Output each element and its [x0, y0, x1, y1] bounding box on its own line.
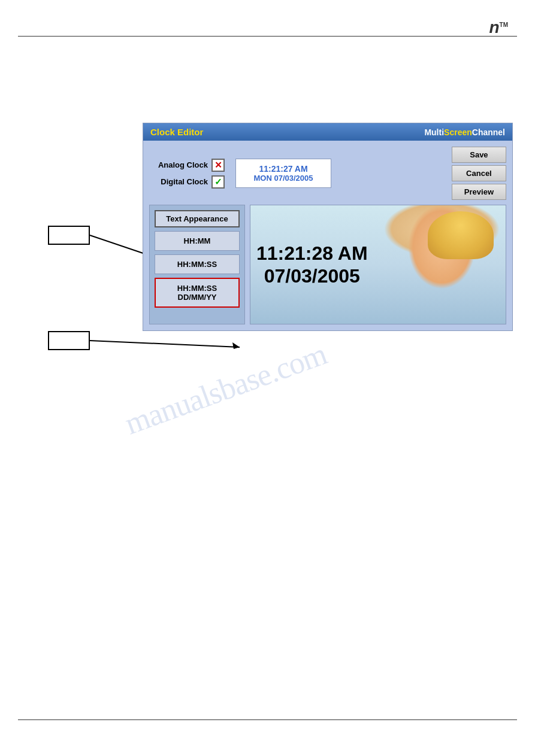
brand-multi: Multi — [424, 127, 444, 137]
save-button[interactable]: Save — [452, 147, 506, 163]
logo-char: n — [489, 18, 499, 37]
clock-editor-dialog: Clock Editor MultiScreenChannel Analog C… — [143, 123, 513, 331]
logo: nTM — [489, 18, 508, 37]
clock-overlay: 11:21:28 AM 07/03/2005 — [256, 242, 368, 288]
cancel-button[interactable]: Cancel — [452, 165, 506, 181]
brand-screen: Screen — [444, 127, 472, 137]
watermark: manualsbase.com — [120, 336, 331, 441]
top-rule — [18, 36, 517, 37]
time-display-box: 11:21:27 AM MON 07/03/2005 — [235, 159, 331, 188]
bottom-row: Text Appearance HH:MM HH:MM:SS HH:MM:SS … — [149, 205, 506, 324]
top-row: Analog Clock ✕ Digital Clock ✓ 11:21:27 … — [149, 147, 506, 200]
svg-marker-3 — [232, 342, 240, 349]
left-panel: Text Appearance HH:MM HH:MM:SS HH:MM:SS … — [149, 205, 245, 324]
callout-box-2 — [48, 331, 90, 350]
analog-clock-row: Analog Clock ✕ — [154, 159, 225, 172]
analog-clock-label: Analog Clock — [154, 160, 208, 169]
check-icon: ✓ — [214, 177, 222, 186]
action-buttons: Save Cancel Preview — [452, 147, 506, 200]
preview-panel: 11:21:28 AM 07/03/2005 — [250, 205, 506, 324]
svg-line-2 — [90, 341, 240, 347]
current-date: MON 07/03/2005 — [246, 174, 321, 183]
annotation-arrows — [0, 0, 535, 756]
format-option-hh-mm-ss-dd-mm-yy[interactable]: HH:MM:SS DD/MM/YY — [155, 278, 240, 308]
preview-button[interactable]: Preview — [452, 184, 506, 200]
dialog-content: Analog Clock ✕ Digital Clock ✓ 11:21:27 … — [143, 141, 512, 330]
analog-clock-checkbox[interactable]: ✕ — [211, 159, 225, 172]
logo-tm: TM — [500, 22, 508, 28]
preview-date: 07/03/2005 — [256, 265, 368, 287]
format-option-hh-mm-ss[interactable]: HH:MM:SS — [155, 254, 240, 274]
digital-clock-row: Digital Clock ✓ — [154, 175, 225, 189]
brand-channel: Channel — [472, 127, 505, 137]
x-icon: ✕ — [214, 160, 222, 169]
dialog-titlebar: Clock Editor MultiScreenChannel — [143, 123, 512, 141]
preview-time: 11:21:28 AM — [256, 242, 368, 265]
dialog-title: Clock Editor — [150, 127, 203, 137]
person-hair — [428, 211, 494, 259]
callout-box-1 — [48, 226, 90, 245]
format-option-hh-mm[interactable]: HH:MM — [155, 231, 240, 251]
digital-clock-label: Digital Clock — [154, 177, 208, 186]
text-appearance-button[interactable]: Text Appearance — [155, 210, 240, 227]
bottom-rule — [18, 719, 517, 720]
clock-toggles: Analog Clock ✕ Digital Clock ✓ — [149, 156, 229, 191]
dialog-brand: MultiScreenChannel — [424, 127, 505, 137]
current-time: 11:21:27 AM — [246, 164, 321, 174]
digital-clock-checkbox[interactable]: ✓ — [211, 175, 225, 189]
